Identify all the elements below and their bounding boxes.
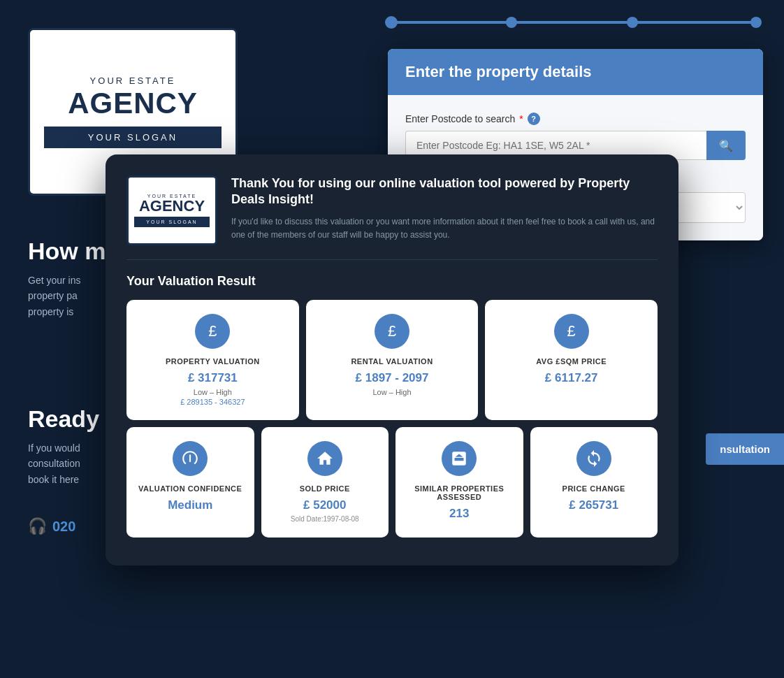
avg-sqm-value: £ 6117.27 bbox=[545, 371, 598, 385]
valuation-cards-row-1: £ PROPERTY VALUATION £ 317731 Low – High… bbox=[126, 300, 658, 420]
confidence-value: Medium bbox=[168, 498, 212, 512]
modal-logo-agency: AGENCY bbox=[139, 199, 205, 214]
similar-properties-icon bbox=[442, 441, 477, 476]
headset-icon: 🎧 bbox=[28, 517, 47, 535]
search-button[interactable]: 🔍 bbox=[706, 131, 746, 160]
rental-valuation-card: £ RENTAL VALUATION £ 1897 - 2097 Low – H… bbox=[306, 300, 479, 420]
confidence-icon bbox=[173, 441, 208, 476]
phone-number: 🎧 020 bbox=[28, 517, 75, 535]
similar-properties-label: SIMILAR PROPERTIES ASSESSED bbox=[407, 484, 512, 501]
how-text: Get your ins property pa property is bbox=[28, 273, 80, 319]
ready-text: If you would consultation book it here bbox=[28, 440, 80, 487]
property-valuation-card: £ PROPERTY VALUATION £ 317731 Low – High… bbox=[126, 300, 299, 420]
modal-title: Thank You for using our online valuation… bbox=[231, 175, 658, 208]
property-valuation-range: £ 289135 - 346327 bbox=[180, 398, 245, 406]
progress-step-3 bbox=[627, 17, 638, 28]
form-header: Enter the property details bbox=[388, 49, 763, 95]
property-valuation-icon: £ bbox=[195, 314, 230, 349]
rental-valuation-icon: £ bbox=[375, 314, 409, 349]
logo-top-text: Your Estate bbox=[90, 75, 176, 86]
property-valuation-label: PROPERTY VALUATION bbox=[166, 357, 260, 366]
avg-sqm-label: AVG £SQM PRICE bbox=[536, 357, 607, 366]
valuation-confidence-card: VALUATION CONFIDENCE Medium bbox=[126, 427, 254, 538]
sold-price-label: Sold Price bbox=[300, 484, 350, 493]
price-change-icon bbox=[576, 441, 611, 476]
how-heading: How m bbox=[28, 238, 106, 265]
progress-step-2 bbox=[506, 17, 517, 28]
sold-date: Sold Date:1997-08-08 bbox=[291, 515, 359, 523]
ready-heading: Ready bbox=[28, 405, 99, 433]
price-change-label: PRICE CHANGE bbox=[562, 484, 625, 493]
price-change-value: £ 265731 bbox=[569, 498, 618, 512]
valuation-cards-row-2: VALUATION CONFIDENCE Medium Sold Price £… bbox=[126, 427, 658, 538]
property-valuation-sub: Low – High bbox=[194, 388, 232, 396]
progress-track bbox=[391, 21, 756, 24]
modal-logo: Your Estate AGENCY YOUR SLOGAN bbox=[126, 175, 217, 245]
rental-valuation-sub: Low – High bbox=[372, 388, 411, 396]
price-change-card: PRICE CHANGE £ 265731 bbox=[530, 427, 658, 538]
valuation-section-title: Your Valuation Result bbox=[126, 274, 658, 289]
similar-properties-value: 213 bbox=[449, 507, 469, 521]
logo-agency-text: AGENCY bbox=[68, 89, 198, 118]
consultation-button[interactable]: nsultation bbox=[706, 433, 784, 465]
modal-subtitle: If you'd like to discuss this valuation … bbox=[231, 215, 658, 242]
similar-properties-card: SIMILAR PROPERTIES ASSESSED 213 bbox=[395, 427, 523, 538]
avg-sqm-card: £ AVG £SQM PRICE £ 6117.27 bbox=[485, 300, 658, 420]
avg-sqm-icon: £ bbox=[554, 314, 589, 349]
modal-text-area: Thank You for using our online valuation… bbox=[231, 175, 658, 245]
required-star: * bbox=[519, 113, 523, 124]
sold-price-icon bbox=[307, 441, 342, 476]
rental-valuation-label: RENTAL VALUATION bbox=[351, 357, 433, 366]
postcode-label: Enter Postcode to search * ? bbox=[405, 113, 746, 125]
form-title: Enter the property details bbox=[405, 63, 746, 81]
modal-top-section: Your Estate AGENCY YOUR SLOGAN Thank You… bbox=[126, 175, 658, 245]
progress-step-1 bbox=[385, 16, 398, 29]
sold-price-value: £ 52000 bbox=[303, 498, 346, 512]
rental-valuation-value: £ 1897 - 2097 bbox=[356, 371, 429, 385]
property-valuation-value: £ 317731 bbox=[188, 371, 238, 385]
progress-bar bbox=[391, 21, 756, 24]
modal-logo-slogan: YOUR SLOGAN bbox=[134, 217, 210, 227]
confidence-label: VALUATION CONFIDENCE bbox=[138, 484, 242, 493]
help-icon-postcode[interactable]: ? bbox=[528, 113, 540, 125]
divider bbox=[126, 259, 658, 260]
sold-price-card: Sold Price £ 52000 Sold Date:1997-08-08 bbox=[261, 427, 389, 538]
progress-step-4 bbox=[750, 17, 762, 28]
valuation-modal: Your Estate AGENCY YOUR SLOGAN Thank You… bbox=[106, 154, 678, 565]
logo-slogan: YOUR SLOGAN bbox=[44, 127, 222, 148]
